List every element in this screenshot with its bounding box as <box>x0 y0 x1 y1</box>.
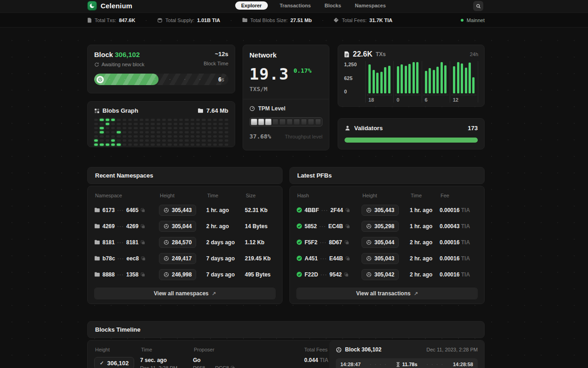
block-height-badge[interactable]: 284,570 <box>159 237 196 248</box>
blob-cell <box>162 127 166 129</box>
brand[interactable]: Celenium <box>87 1 132 11</box>
blob-cell <box>145 123 149 125</box>
block-ball-icon <box>164 272 169 277</box>
namespace-first: 6173 <box>102 207 115 213</box>
block-height-badge[interactable]: 249,417 <box>159 253 196 264</box>
pfb-row[interactable]: A451···E44B305,0432 hr. ago0.00016 TIA <box>296 250 478 266</box>
copy-icon[interactable] <box>141 272 145 277</box>
tpm-segment-bar <box>249 117 322 126</box>
blob-cell <box>128 131 132 133</box>
blob-cell <box>219 144 222 146</box>
block-height-badge[interactable]: 305,044 <box>362 237 399 248</box>
blob-cell <box>128 139 132 142</box>
blob-cell <box>140 119 143 121</box>
network-selector[interactable]: Mainnet <box>461 17 485 23</box>
chart-bars <box>366 61 393 93</box>
height-value: 249,417 <box>172 255 192 262</box>
copy-icon[interactable] <box>141 224 145 229</box>
copy-icon[interactable] <box>345 208 350 213</box>
blob-cell <box>157 131 160 133</box>
top-navbar: Celenium Explorer Transactions Blocks Na… <box>0 0 588 12</box>
blob-cell <box>94 127 98 129</box>
blob-cell <box>100 127 103 129</box>
block-height-badge[interactable]: 305,044 <box>159 221 196 232</box>
y-axis: 1,250 625 0 <box>344 61 365 94</box>
blob-cell <box>225 139 228 142</box>
block-height-badge[interactable]: 305,298 <box>362 221 399 232</box>
block-height-badge[interactable]: 305,443 <box>362 205 399 216</box>
blob-cell <box>179 135 183 138</box>
copy-icon[interactable] <box>141 256 146 261</box>
blob-cell <box>174 127 177 129</box>
bar <box>416 62 418 93</box>
copy-icon[interactable] <box>344 272 349 277</box>
blob-cell <box>145 131 149 133</box>
block-height-badge[interactable]: 246,998 <box>159 269 196 280</box>
blob-cell <box>191 123 194 125</box>
blob-cell <box>111 123 115 125</box>
recent-namespaces-title: Recent Namespaces <box>95 172 153 179</box>
blob-cell <box>213 127 217 129</box>
blob-cell <box>111 131 115 133</box>
block-number[interactable]: 306,102 <box>115 51 140 58</box>
copy-icon[interactable] <box>141 240 145 245</box>
arrow-up-right-icon: ↗ <box>212 291 216 297</box>
namespace-row[interactable]: 4269···4269305,0442 hr. ago14 Bytes <box>94 218 276 234</box>
blob-cell <box>213 123 217 125</box>
namespace-row[interactable]: b78c···eec8249,4177 days ago219.45 Kb <box>94 250 276 266</box>
brand-name: Celenium <box>101 2 132 10</box>
copy-icon[interactable] <box>345 224 350 229</box>
x-tick-label: 18 <box>366 95 393 103</box>
blob-cell <box>94 135 98 138</box>
blocks-timeline-header: Blocks Timeline <box>87 321 485 338</box>
search-button[interactable] <box>473 1 483 11</box>
namespace-row[interactable]: 8181···8181284,5702 days ago1.12 Kb <box>94 234 276 250</box>
blob-cell <box>106 127 109 129</box>
nav-blocks[interactable]: Blocks <box>323 1 343 10</box>
folder-icon <box>94 272 100 277</box>
block-height-badge[interactable]: ✓ 306,102 <box>94 357 134 368</box>
ellipsis: ··· <box>117 255 124 262</box>
recent-namespaces-header: Recent Namespaces <box>87 167 283 184</box>
txs-period[interactable]: 24h <box>470 52 478 57</box>
bar <box>472 77 475 93</box>
nav-explorer[interactable]: Explorer <box>235 1 268 10</box>
blob-cell <box>117 119 120 121</box>
pfb-row[interactable]: F5F2···8D67305,0442 hr. ago0.00016 TIA <box>296 234 478 250</box>
block-height-badge[interactable]: 305,042 <box>362 269 399 280</box>
fee-currency: TIA <box>461 271 470 278</box>
height-cell: 305,042 <box>362 269 410 280</box>
height-value: 305,042 <box>374 271 394 278</box>
blob-cell <box>213 119 217 121</box>
block-time-value: ~12s <box>204 51 228 58</box>
copy-icon[interactable] <box>345 256 350 261</box>
blob-cell <box>106 119 109 121</box>
success-check-icon <box>296 239 302 245</box>
view-all-namespaces-button[interactable]: View all namespaces ↗ <box>94 288 276 299</box>
namespace-row[interactable]: 8888···1358246,9987 days ago495 Bytes <box>94 266 276 282</box>
fee-cell: 0.00016 TIA <box>440 271 478 278</box>
blob-cell <box>106 144 109 146</box>
view-all-transactions-button[interactable]: View all transactions ↗ <box>296 288 478 299</box>
namespace-row[interactable]: 6173···6465305,4431 hr. ago52.31 Kb <box>94 202 276 218</box>
blob-cell <box>111 119 115 121</box>
block-height-badge[interactable]: 305,043 <box>362 253 399 264</box>
size-cell: 1.12 Kb <box>245 239 276 246</box>
separator <box>145 17 147 23</box>
pfb-row[interactable]: 4BBF···2F44305,4431 hr. ago0.00016 TIA <box>296 202 478 218</box>
copy-icon[interactable] <box>345 240 349 245</box>
copy-icon[interactable] <box>141 208 145 213</box>
copy-icon[interactable] <box>231 366 235 368</box>
blob-cell <box>157 119 160 121</box>
widget-block-title: Block 306,102 <box>345 346 381 353</box>
nav-namespaces[interactable]: Namespaces <box>353 1 388 10</box>
namespace-first: 8888 <box>102 271 115 278</box>
tpm-level-row: TPM Level <box>249 105 322 112</box>
network-card: Network 19.3 0.17% TXS/M TPM Level 37.68… <box>243 45 329 150</box>
nav-transactions[interactable]: Transactions <box>278 1 313 10</box>
separator <box>322 17 324 23</box>
block-height-badge[interactable]: 305,443 <box>159 205 196 216</box>
pfb-row[interactable]: F22D···9542305,0422 hr. ago0.00016 TIA <box>296 266 478 282</box>
blob-cell <box>157 123 160 125</box>
pfb-row[interactable]: 5852···EC4B305,2981 hr. ago0.00043 TIA <box>296 218 478 234</box>
